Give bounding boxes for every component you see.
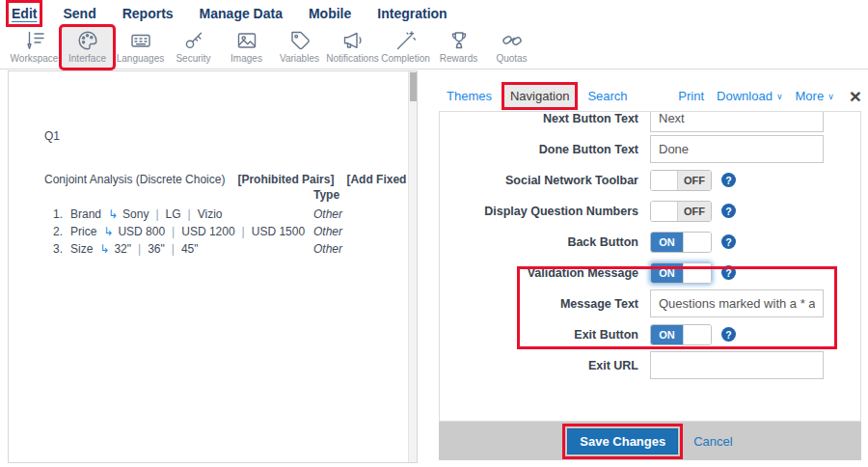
display-question-numbers-toggle[interactable]: OFF xyxy=(650,201,712,222)
question-title: Conjoint Analysis (Discrete Choice) xyxy=(44,173,225,186)
form-row-done-button-text: Done Button Text xyxy=(440,135,860,163)
level-separator: | xyxy=(242,225,245,238)
social-network-toolbar-toggle[interactable]: OFF xyxy=(650,170,712,191)
more-link[interactable]: More∨ xyxy=(796,89,834,103)
key-icon xyxy=(182,29,205,52)
message-text-input[interactable] xyxy=(650,289,824,317)
toolbar-item-variables[interactable]: Variables xyxy=(273,26,326,69)
workspace-icon xyxy=(23,29,46,52)
form-row-display-question-numbers: Display Question NumbersOFF? xyxy=(440,197,860,225)
field-label: Social Network Toolbar xyxy=(440,174,638,187)
help-icon[interactable]: ? xyxy=(721,327,736,342)
attribute-level: 45" xyxy=(181,242,199,256)
attribute-list: 1.Brand↳Sony|LG|VizioOther2.Price↳USD 80… xyxy=(44,206,401,258)
form-rows: Next Button TextDone Button TextSocial N… xyxy=(440,111,860,379)
preview-content: Q1 Conjoint Analysis (Discrete Choice) [… xyxy=(9,71,417,258)
scrollbar-thumb[interactable] xyxy=(410,72,417,101)
field-label: Display Question Numbers xyxy=(440,205,638,218)
level-arrow-icon: ↳ xyxy=(108,207,118,221)
tag-icon xyxy=(288,29,312,52)
exit-url-input[interactable] xyxy=(650,351,824,379)
toolbar-item-workspace[interactable]: Workspace xyxy=(8,26,61,69)
validation-message-toggle[interactable]: ON xyxy=(650,262,712,284)
attribute-level: USD 1500 xyxy=(252,225,305,238)
help-icon[interactable]: ? xyxy=(721,173,736,187)
attribute-index: 2. xyxy=(53,223,70,240)
toolbar-item-label: Workspace xyxy=(11,53,59,64)
cancel-link[interactable]: Cancel xyxy=(693,434,732,449)
form-row-back-button: Back ButtonON? xyxy=(440,228,860,256)
attribute-name: Brand xyxy=(70,207,101,221)
nav-item-mobile[interactable]: Mobile xyxy=(309,6,351,21)
field-label: Message Text xyxy=(440,297,638,311)
attribute-level: LG xyxy=(166,207,181,221)
chain-links-icon xyxy=(501,29,524,52)
image-icon xyxy=(235,29,258,52)
nav-item-send[interactable]: Send xyxy=(63,6,95,21)
question-number: Q1 xyxy=(44,129,401,143)
help-icon[interactable]: ? xyxy=(721,204,736,218)
toolbar-item-label: Images xyxy=(231,53,262,64)
tab-themes[interactable]: Themes xyxy=(441,85,498,107)
save-changes-button[interactable]: Save Changes xyxy=(567,428,678,454)
nav-item-manage-data[interactable]: Manage Data xyxy=(200,6,283,21)
preview-scrollbar[interactable] xyxy=(408,71,417,462)
help-icon[interactable]: ? xyxy=(721,234,736,249)
toolbar-item-label: Rewards xyxy=(440,53,477,64)
tab-search[interactable]: Search xyxy=(582,85,633,107)
field-label: Validation Message xyxy=(440,266,638,280)
toolbar-item-quotas[interactable]: Quotas xyxy=(485,26,538,69)
toolbar-item-label: Interface xyxy=(68,53,106,64)
level-separator: | xyxy=(172,225,175,238)
magic-wand-icon xyxy=(394,29,418,52)
print-link[interactable]: Print xyxy=(678,89,704,103)
toolbar-item-label: Variables xyxy=(280,53,319,64)
question-link-prohibited-pairs[interactable]: [Prohibited Pairs] xyxy=(237,173,334,186)
chevron-down-icon: ∨ xyxy=(827,92,834,101)
attribute-row: 3.Size↳32"|36"|45"Other xyxy=(44,240,401,258)
panel-tabs: ThemesNavigationSearch xyxy=(441,85,634,107)
keyboard-icon xyxy=(129,29,152,52)
toolbar-item-images[interactable]: Images xyxy=(220,26,273,69)
type-column-header: Type xyxy=(313,188,401,204)
download-link[interactable]: Download∨ xyxy=(717,89,782,103)
toolbar-item-interface[interactable]: Interface xyxy=(61,26,114,69)
question-action-links: [Prohibited Pairs][Add Fixed Tasks xyxy=(237,173,418,186)
toolbar-item-label: Notifications xyxy=(326,53,378,64)
level-separator: | xyxy=(188,207,191,221)
attribute-name: Price xyxy=(70,225,96,238)
tab-navigation[interactable]: Navigation xyxy=(504,85,575,107)
toolbar-item-label: Languages xyxy=(117,53,165,64)
nav-item-reports[interactable]: Reports xyxy=(122,6,174,21)
close-icon[interactable]: × xyxy=(850,86,861,106)
settings-form: Next Button TextDone Button TextSocial N… xyxy=(439,111,861,422)
toolbar-item-rewards[interactable]: Rewards xyxy=(432,26,485,69)
toggle-knob xyxy=(683,263,711,283)
toolbar-item-security[interactable]: Security xyxy=(167,26,220,69)
form-row-social-network-toolbar: Social Network ToolbarOFF? xyxy=(440,166,860,194)
form-row-validation-message: Validation MessageON? xyxy=(440,259,860,287)
panel-footer: Save Changes Cancel xyxy=(439,422,861,460)
toggle-state-label: OFF xyxy=(678,171,711,190)
nav-item-integration[interactable]: Integration xyxy=(377,6,447,21)
survey-preview-panel: Q1 Conjoint Analysis (Discrete Choice) [… xyxy=(8,70,418,463)
toolbar-item-notifications[interactable]: Notifications xyxy=(326,26,379,69)
question-title-row: Conjoint Analysis (Discrete Choice) [Pro… xyxy=(44,173,401,186)
form-row-message-text: Message Text xyxy=(440,289,860,317)
attribute-level: Vizio xyxy=(198,207,223,221)
done-button-text-input[interactable] xyxy=(650,135,824,163)
level-separator: | xyxy=(138,242,141,256)
exit-button-toggle[interactable]: ON xyxy=(650,324,712,345)
nav-item-edit[interactable]: Edit xyxy=(12,6,37,21)
question-link-add-fixed-tasks[interactable]: [Add Fixed Tasks xyxy=(346,173,418,186)
toggle-state-label: ON xyxy=(651,325,683,344)
back-button-toggle[interactable]: ON xyxy=(650,232,712,253)
toggle-knob xyxy=(683,325,711,344)
toolbar-item-completion[interactable]: Completion xyxy=(379,26,432,69)
toolbar-item-languages[interactable]: Languages xyxy=(114,26,167,69)
help-icon[interactable]: ? xyxy=(721,265,736,280)
attribute-type: Other xyxy=(313,223,342,240)
next-button-text-input[interactable] xyxy=(650,111,824,132)
level-separator: | xyxy=(172,242,175,256)
attribute-level: USD 1200 xyxy=(181,225,234,238)
